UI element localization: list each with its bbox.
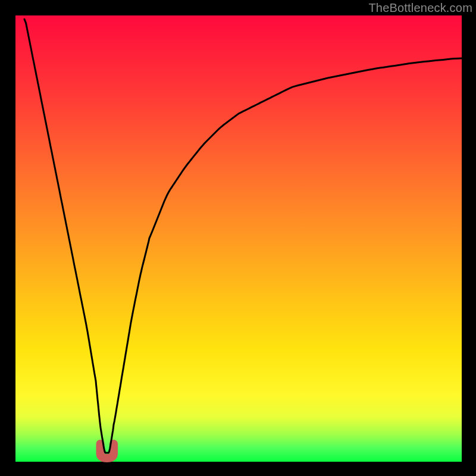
bottleneck-curve (24, 19, 462, 453)
watermark-text: TheBottleneck.com (368, 1, 472, 15)
chart-svg (15, 15, 462, 462)
bottleneck-marker (101, 444, 114, 458)
plot-area (15, 15, 462, 462)
chart-frame: TheBottleneck.com (0, 0, 476, 476)
